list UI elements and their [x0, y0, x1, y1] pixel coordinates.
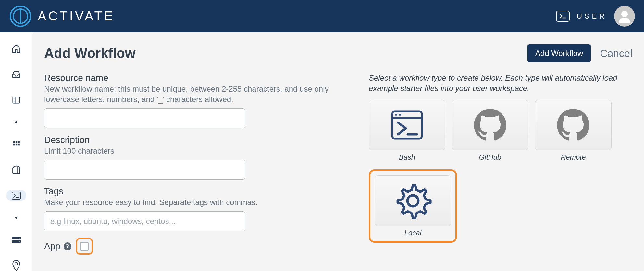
- svg-rect-14: [12, 192, 20, 199]
- type-bash: Bash: [369, 100, 445, 161]
- dot-icon: [15, 121, 17, 123]
- resource-name-label: Resource name: [44, 73, 349, 83]
- description-input[interactable]: [44, 160, 245, 180]
- svg-rect-10: [15, 144, 17, 145]
- user-icon: [617, 8, 632, 24]
- app-label: App: [44, 241, 60, 252]
- gear-icon: [393, 181, 432, 220]
- type-bash-button[interactable]: [369, 100, 445, 150]
- help-icon[interactable]: ?: [64, 242, 71, 250]
- dot-icon: [15, 217, 17, 219]
- description-label: Description: [44, 135, 349, 145]
- svg-rect-11: [18, 144, 19, 145]
- tags-input[interactable]: [44, 211, 245, 231]
- field-description: Description Limit 100 characters: [44, 135, 349, 180]
- terminal-icon: [559, 14, 566, 19]
- terminal-button[interactable]: [556, 11, 570, 22]
- app-checkbox-highlight: [76, 238, 93, 255]
- nav-terminal[interactable]: [6, 190, 26, 201]
- nav-rail: [0, 32, 32, 271]
- app-checkbox[interactable]: [80, 242, 89, 251]
- brand-name: ACTIVATE: [38, 9, 115, 23]
- nav-home[interactable]: [6, 44, 26, 54]
- home-icon: [11, 44, 21, 54]
- type-row-1: Bash GitHub: [369, 100, 632, 161]
- nav-dot-2[interactable]: [6, 216, 26, 219]
- user-label: USER: [577, 12, 607, 20]
- terminal-window-icon: [391, 110, 423, 140]
- svg-point-19: [19, 241, 19, 242]
- nav-location[interactable]: [6, 260, 26, 271]
- type-remote-button[interactable]: [535, 100, 612, 150]
- brand: ACTIVATE: [9, 5, 115, 28]
- svg-point-24: [399, 114, 401, 116]
- type-bash-label: Bash: [399, 153, 415, 161]
- page-header: Add Workflow Add Workflow Cancel: [44, 44, 632, 62]
- nav-apps[interactable]: [6, 139, 26, 150]
- svg-point-20: [15, 262, 18, 265]
- nav-container[interactable]: [6, 164, 26, 175]
- container-icon: [11, 165, 21, 175]
- form-left: Resource name New workflow name; this mu…: [44, 73, 349, 255]
- github-icon: [474, 109, 506, 141]
- panel-icon: [12, 96, 21, 105]
- field-app: App ?: [44, 238, 349, 255]
- type-tiles: Bash GitHub: [369, 100, 632, 243]
- nav-dot-1[interactable]: [6, 121, 26, 124]
- svg-rect-8: [18, 141, 19, 143]
- svg-point-26: [407, 195, 418, 206]
- type-github: GitHub: [452, 100, 528, 161]
- page-actions: Add Workflow Cancel: [527, 44, 632, 62]
- topbar: ACTIVATE USER: [0, 0, 644, 32]
- cancel-button[interactable]: Cancel: [600, 47, 632, 59]
- nav-panel[interactable]: [6, 95, 26, 106]
- grid-icon: [12, 140, 20, 148]
- field-tags: Tags Make your resource easy to find. Se…: [44, 186, 349, 231]
- svg-rect-4: [13, 97, 19, 103]
- type-github-button[interactable]: [452, 100, 528, 150]
- main: Add Workflow Add Workflow Cancel Resourc…: [32, 32, 644, 271]
- terminal-icon: [12, 192, 21, 200]
- inbox-icon: [11, 70, 21, 79]
- github-icon: [557, 109, 589, 141]
- server-icon: [11, 236, 21, 243]
- brand-logo-icon: [9, 5, 32, 28]
- resource-name-input[interactable]: [44, 108, 245, 128]
- tags-label: Tags: [44, 186, 349, 197]
- add-workflow-button[interactable]: Add Workflow: [527, 44, 591, 62]
- form-right: Select a workflow type to create below. …: [369, 73, 632, 255]
- nav-inbox[interactable]: [6, 69, 26, 80]
- svg-point-18: [19, 237, 19, 238]
- description-help: Limit 100 characters: [44, 146, 349, 156]
- type-local-button[interactable]: [375, 175, 451, 226]
- form-body: Resource name New workflow name; this mu…: [44, 73, 632, 255]
- resource-name-help: New workflow name; this must be unique, …: [44, 84, 349, 105]
- type-row-2: Local: [369, 169, 632, 243]
- svg-rect-9: [13, 144, 15, 145]
- location-icon: [12, 260, 20, 271]
- type-remote: Remote: [535, 100, 612, 161]
- svg-point-23: [395, 114, 397, 116]
- svg-rect-7: [15, 141, 17, 143]
- svg-point-3: [621, 11, 628, 17]
- field-resource-name: Resource name New workflow name; this mu…: [44, 73, 349, 128]
- svg-rect-6: [13, 141, 15, 143]
- type-github-label: GitHub: [479, 153, 501, 161]
- avatar[interactable]: [614, 6, 635, 27]
- nav-server[interactable]: [6, 234, 26, 245]
- topbar-right: USER: [556, 6, 635, 27]
- type-local-selected: Local: [369, 169, 457, 243]
- type-local-label: Local: [404, 229, 422, 237]
- page-title: Add Workflow: [44, 45, 136, 61]
- tags-help: Make your resource easy to find. Separat…: [44, 197, 349, 208]
- type-instruction: Select a workflow type to create below. …: [369, 73, 632, 94]
- type-remote-label: Remote: [561, 153, 586, 161]
